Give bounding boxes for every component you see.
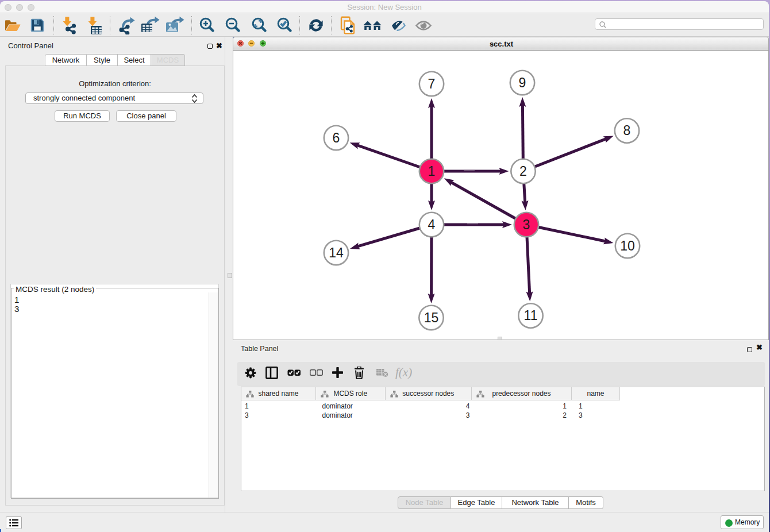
svg-text:10: 10 [620, 238, 635, 253]
svg-text:2: 2 [519, 164, 527, 179]
svg-text:9: 9 [519, 75, 526, 90]
svg-text:3: 3 [523, 217, 530, 232]
svg-text:15: 15 [424, 310, 439, 325]
svg-text:4: 4 [428, 217, 436, 232]
svg-text:1: 1 [428, 164, 436, 179]
svg-text:11: 11 [524, 308, 538, 323]
svg-text:14: 14 [329, 245, 344, 260]
svg-text:7: 7 [428, 76, 436, 91]
svg-text:6: 6 [333, 130, 340, 145]
svg-text:8: 8 [623, 123, 631, 138]
